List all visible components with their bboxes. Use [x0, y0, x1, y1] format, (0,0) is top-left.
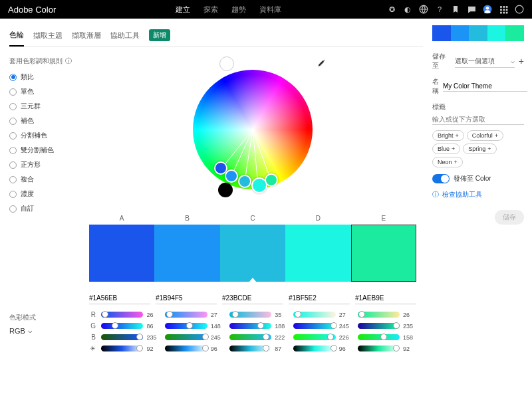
slider-track[interactable]	[229, 312, 271, 318]
wheel-handle[interactable]	[265, 173, 278, 187]
rule-custom[interactable]: 自訂	[9, 204, 82, 213]
tags-input[interactable]	[432, 114, 524, 125]
theme-name-input[interactable]	[443, 81, 527, 92]
library-select[interactable]: 選取一個選項⌵	[455, 55, 515, 68]
black-dot[interactable]	[218, 183, 233, 197]
slider-value: 222	[275, 334, 288, 341]
slider-track[interactable]	[229, 334, 271, 340]
avatar-icon[interactable]	[483, 5, 492, 14]
tag-item[interactable]: Neon+	[432, 157, 463, 167]
white-dot[interactable]	[219, 56, 234, 71]
tag-item[interactable]: Colorful+	[467, 130, 503, 141]
slider-track[interactable]	[165, 346, 207, 351]
slider-track[interactable]	[358, 312, 400, 318]
color-wheel[interactable]	[193, 70, 313, 189]
info-icon[interactable]: ⓘ	[65, 56, 72, 66]
color-mode-select[interactable]: RGB ⌵	[9, 326, 82, 335]
apps-icon[interactable]	[499, 5, 508, 14]
slider-knob[interactable]	[263, 334, 269, 340]
rule-triad[interactable]: 三元群	[9, 102, 82, 111]
slider-track[interactable]	[358, 334, 400, 340]
slider-track[interactable]	[101, 346, 143, 351]
slider-track[interactable]	[293, 312, 335, 318]
slider-track[interactable]	[229, 323, 271, 329]
slider-value: 35	[275, 312, 288, 318]
slider-knob[interactable]	[166, 311, 173, 318]
tab-accessibility[interactable]: 協助工具	[110, 31, 140, 41]
rule-analogous[interactable]: 類比	[9, 72, 82, 82]
slider-knob[interactable]	[393, 345, 400, 351]
tag-item[interactable]: Bright+	[432, 130, 464, 141]
slider-knob[interactable]	[102, 311, 108, 318]
tag-item[interactable]: Spring+	[463, 144, 496, 154]
hex-b[interactable]	[156, 292, 217, 304]
slider-knob[interactable]	[331, 322, 337, 329]
nav-explore[interactable]: 探索	[203, 5, 218, 15]
slider-knob[interactable]	[380, 334, 387, 340]
wheel-handle[interactable]	[225, 169, 238, 183]
slider-knob[interactable]	[136, 334, 143, 340]
tab-extract-gradient[interactable]: 擷取漸層	[72, 31, 101, 41]
slider-track[interactable]	[293, 346, 335, 351]
tab-extract-theme[interactable]: 擷取主題	[33, 31, 63, 41]
help-icon[interactable]: ?	[435, 5, 444, 14]
swatch-e[interactable]	[351, 225, 416, 282]
rule-split[interactable]: 分割補色	[9, 131, 82, 140]
slider-knob[interactable]	[327, 334, 334, 340]
slider-track[interactable]	[101, 334, 143, 340]
save-button[interactable]: 儲存	[495, 210, 524, 225]
slider-track[interactable]	[101, 312, 143, 318]
slider-knob[interactable]	[331, 345, 337, 351]
slider-track[interactable]	[293, 334, 335, 340]
slider-track[interactable]	[165, 323, 207, 329]
slider-knob[interactable]	[202, 334, 209, 340]
star-icon[interactable]: ✪	[387, 5, 396, 14]
slider-knob[interactable]	[112, 322, 118, 329]
nav-create[interactable]: 建立	[176, 5, 190, 15]
slider-knob[interactable]	[186, 322, 193, 329]
rule-mono[interactable]: 單色	[9, 87, 82, 96]
chat-icon[interactable]	[467, 5, 476, 14]
rule-compound[interactable]: 複合	[9, 175, 82, 184]
swatch-c[interactable]	[220, 225, 285, 282]
publish-toggle[interactable]	[432, 174, 450, 183]
hex-d[interactable]	[289, 292, 350, 304]
hex-a[interactable]	[89, 292, 150, 304]
nav-libraries[interactable]: 資料庫	[259, 5, 281, 15]
slider-track[interactable]	[293, 323, 335, 329]
rule-complementary[interactable]: 補色	[9, 116, 82, 126]
slider-knob[interactable]	[232, 311, 239, 318]
slider-knob[interactable]	[358, 311, 365, 318]
slider-knob[interactable]	[393, 322, 400, 329]
swatch-d[interactable]	[285, 225, 350, 282]
slider-track[interactable]	[165, 334, 207, 340]
swatch-b[interactable]	[154, 225, 219, 282]
slider-track[interactable]	[229, 346, 271, 351]
slider-knob[interactable]	[257, 322, 264, 329]
rule-double-split[interactable]: 雙分割補色	[9, 146, 82, 155]
swatch-a[interactable]	[89, 225, 154, 282]
slider-track[interactable]	[358, 346, 400, 351]
globe-icon[interactable]	[419, 5, 428, 14]
cc-icon[interactable]	[515, 5, 524, 14]
slider-knob[interactable]	[295, 311, 301, 318]
hex-c[interactable]	[222, 292, 283, 304]
moon-icon[interactable]: ◐	[403, 5, 412, 14]
bookmark-icon[interactable]	[451, 5, 460, 14]
tab-wheel[interactable]: 色輪	[9, 30, 24, 47]
tag-item[interactable]: Blue+	[432, 144, 460, 154]
slider-track[interactable]	[165, 312, 207, 318]
slider-knob[interactable]	[263, 345, 269, 351]
rule-shades[interactable]: 濃度	[9, 189, 82, 199]
slider-track[interactable]	[101, 323, 143, 329]
nav-trends[interactable]: 趨勢	[231, 5, 246, 15]
slider-knob[interactable]	[202, 345, 209, 351]
hex-e[interactable]	[355, 292, 416, 304]
eyedropper-icon[interactable]	[315, 58, 326, 70]
a11y-link[interactable]: ⓘ 檢查協助工具	[432, 190, 524, 199]
wheel-handle[interactable]	[238, 175, 251, 188]
slider-track[interactable]	[358, 323, 400, 329]
slider-knob[interactable]	[136, 345, 143, 351]
add-library-button[interactable]: +	[519, 56, 524, 66]
rule-square[interactable]: 正方形	[9, 160, 82, 169]
